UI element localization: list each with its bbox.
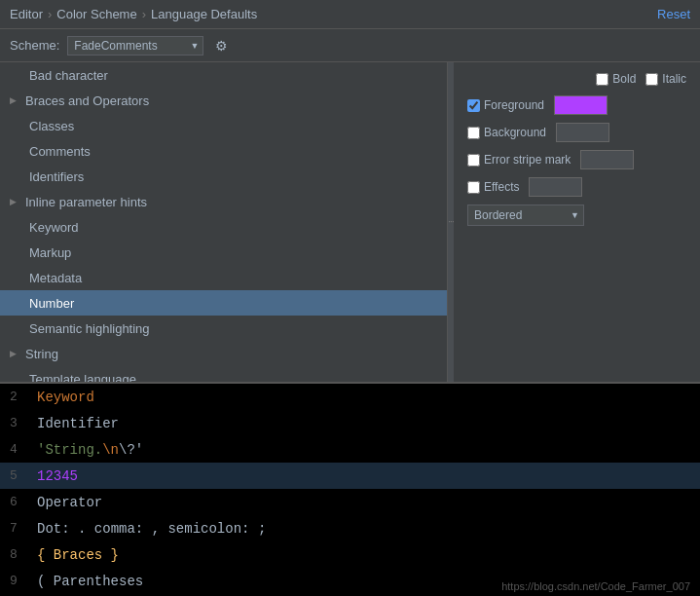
background-row: Background <box>467 123 686 142</box>
italic-checkbox[interactable] <box>645 73 658 86</box>
code-parens: ( Parentheses <box>37 574 143 589</box>
header: Editor › Color Scheme › Language Default… <box>0 0 700 29</box>
foreground-checkbox-label[interactable]: Foreground <box>467 98 544 112</box>
line-number: 2 <box>10 390 27 404</box>
reset-button[interactable]: Reset <box>657 7 690 21</box>
effects-select[interactable]: Bordered Underscored Bold Underscored Do… <box>467 205 584 226</box>
code-dot: Dot: . comma: , semicolon: ; <box>37 521 266 537</box>
item-label: Comments <box>29 144 91 159</box>
breadcrumb: Editor › Color Scheme › Language Default… <box>10 7 257 21</box>
item-label: String <box>25 347 58 361</box>
code-line-7: 7 Dot: . comma: , semicolon: ; <box>0 515 700 541</box>
error-stripe-checkbox-label[interactable]: Error stripe mark <box>467 153 571 167</box>
background-checkbox-label[interactable]: Background <box>467 126 546 139</box>
item-label: Keyword <box>29 220 79 235</box>
foreground-checkbox[interactable] <box>467 99 480 112</box>
foreground-label: Foreground <box>484 98 544 112</box>
effects-checkbox[interactable] <box>467 181 480 194</box>
line-number: 8 <box>10 547 27 562</box>
code-line-6: 6 Operator <box>0 489 700 515</box>
list-item-bad-character[interactable]: Bad character <box>0 62 447 88</box>
list-item-braces-operators[interactable]: ▶ Braces and Operators <box>0 88 447 113</box>
code-identifier: Identifier <box>37 416 119 431</box>
breadcrumb-sep-1: › <box>48 7 52 21</box>
gear-button[interactable]: ⚙ <box>211 36 232 56</box>
code-keyword: Keyword <box>37 390 94 405</box>
bold-italic-row: Bold Italic <box>467 72 686 86</box>
list-item-semantic-highlighting[interactable]: Semantic highlighting <box>0 316 447 341</box>
code-operator: Operator <box>37 495 102 510</box>
line-number: 9 <box>10 574 27 588</box>
code-line-3: 3 Identifier <box>0 410 700 436</box>
line-number: 5 <box>10 468 27 483</box>
breadcrumb-sep-2: › <box>142 7 146 21</box>
item-label: Inline parameter hints <box>25 195 147 209</box>
list-item-keyword[interactable]: Keyword <box>0 214 447 240</box>
background-checkbox[interactable] <box>467 127 480 139</box>
breadcrumb-language-defaults: Language Defaults <box>151 7 257 21</box>
url-text: https://blog.csdn.net/Code_Farmer_007 <box>501 580 690 592</box>
code-line-5: 5 12345 <box>0 463 700 489</box>
list-item-number[interactable]: Number <box>0 290 447 316</box>
bold-checkbox[interactable] <box>596 73 608 86</box>
item-label: Identifiers <box>29 169 84 184</box>
line-number: 7 <box>10 521 27 536</box>
effects-checkbox-label[interactable]: Effects <box>467 180 519 194</box>
foreground-row: Foreground <box>467 95 686 115</box>
bold-checkbox-label[interactable]: Bold <box>596 72 636 86</box>
code-braces: { Braces } <box>37 547 119 563</box>
divider-dots-icon: ··· <box>448 217 453 227</box>
bordered-select-outer: Bordered Underscored Bold Underscored Do… <box>467 205 584 226</box>
list-item-identifiers[interactable]: Identifiers <box>0 164 447 189</box>
scheme-select-wrapper: FadeComments Darcula Default Monokai <box>67 36 203 56</box>
code-line-2: 2 Keyword <box>0 384 700 410</box>
breadcrumb-editor: Editor <box>10 7 43 21</box>
scheme-select[interactable]: FadeComments Darcula Default Monokai <box>67 36 203 56</box>
bold-label: Bold <box>612 72 636 86</box>
list-item-classes[interactable]: Classes <box>0 113 447 138</box>
right-panel: Bold Italic Foreground Backgro <box>454 62 700 382</box>
content-area: Bad character ▶ Braces and Operators Cla… <box>0 62 700 596</box>
item-label: Markup <box>29 245 71 260</box>
item-label: Classes <box>29 119 74 133</box>
code-string: 'String.\n\?' <box>37 442 143 458</box>
list-item-markup[interactable]: Markup <box>0 240 447 265</box>
effects-select-wrapper: Bordered Underscored Bold Underscored Do… <box>467 205 686 226</box>
panels-area: Bad character ▶ Braces and Operators Cla… <box>0 62 700 382</box>
italic-label: Italic <box>662 72 686 86</box>
arrow-icon: ▶ <box>10 95 21 105</box>
error-stripe-color-swatch[interactable] <box>580 150 634 169</box>
arrow-icon: ▶ <box>10 197 21 206</box>
list-item-metadata[interactable]: Metadata <box>0 265 447 290</box>
list-item-inline-hints[interactable]: ▶ Inline parameter hints <box>0 189 447 214</box>
foreground-color-swatch[interactable] <box>554 95 608 115</box>
list-item-template-language[interactable]: Template language <box>0 366 447 382</box>
line-number: 6 <box>10 495 27 509</box>
effects-color-swatch[interactable] <box>529 177 582 197</box>
error-stripe-row: Error stripe mark <box>467 150 686 169</box>
effects-label: Effects <box>484 180 519 194</box>
list-item-string[interactable]: ▶ String <box>0 341 447 366</box>
code-line-4: 4 'String.\n\?' <box>0 436 700 463</box>
list-item-comments[interactable]: Comments <box>0 138 447 164</box>
left-panel: Bad character ▶ Braces and Operators Cla… <box>0 62 448 382</box>
item-label: Bad character <box>29 68 108 83</box>
line-number: 3 <box>10 416 27 430</box>
scheme-label: Scheme: <box>10 38 59 53</box>
code-number: 12345 <box>37 468 78 484</box>
item-label: Braces and Operators <box>25 93 149 108</box>
arrow-icon: ▶ <box>10 349 21 358</box>
item-label: Semantic highlighting <box>29 321 150 336</box>
error-stripe-label: Error stripe mark <box>484 153 571 167</box>
background-color-swatch[interactable] <box>556 123 609 142</box>
code-line-8: 8 { Braces } <box>0 541 700 568</box>
code-preview: 2 Keyword 3 Identifier 4 'String.\n\?' 5… <box>0 382 700 596</box>
item-label: Template language <box>29 372 136 383</box>
item-label: Number <box>29 296 74 311</box>
italic-checkbox-label[interactable]: Italic <box>645 72 686 86</box>
breadcrumb-color-scheme: Color Scheme <box>56 7 136 21</box>
error-stripe-checkbox[interactable] <box>467 154 480 167</box>
line-number: 4 <box>10 442 27 457</box>
background-label: Background <box>484 126 546 139</box>
effects-row: Effects <box>467 177 686 197</box>
